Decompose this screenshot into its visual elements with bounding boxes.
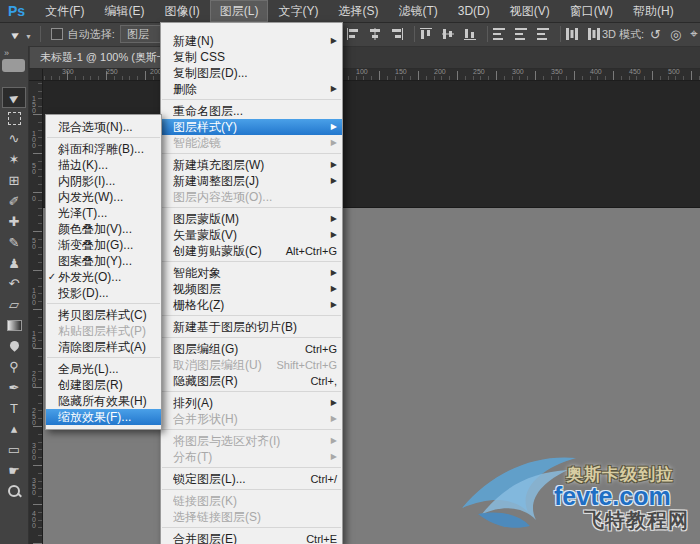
menu-item[interactable]: 混合选项(N)... <box>46 119 161 135</box>
menu-item[interactable]: 新建(N)▶ <box>161 33 342 49</box>
align-vertical-centers-icon[interactable] <box>440 26 457 42</box>
move-tool-icon[interactable]: ► <box>3 88 25 107</box>
healing-brush-tool-icon[interactable]: ✚ <box>3 212 25 231</box>
menu-item[interactable]: 新建填充图层(W)▶ <box>161 157 342 173</box>
menu-item[interactable]: 排列(A)▶ <box>161 395 342 411</box>
collapse-toolbar-icon[interactable]: » <box>4 48 10 58</box>
menubar-item[interactable]: 图层(L) <box>210 0 269 22</box>
rectangle-tool-icon[interactable]: ▭ <box>3 440 25 459</box>
menubar-item[interactable]: 窗口(W) <box>560 0 623 22</box>
dodge-tool-icon[interactable]: ⚲ <box>3 357 25 376</box>
3d-roll-icon[interactable]: ◎ <box>670 27 681 42</box>
eyedropper-tool-icon[interactable]: ✐ <box>3 192 25 211</box>
hand-tool-icon[interactable]: ☛ <box>3 461 25 480</box>
toolbar-grip[interactable] <box>2 59 25 72</box>
auto-select-dropdown[interactable]: 图层 <box>120 25 164 43</box>
menu-item[interactable]: 隐藏所有效果(H) <box>46 393 161 409</box>
menu-item[interactable]: 复制 CSS <box>161 49 342 65</box>
menu-item[interactable]: 合并形状(H)▶ <box>161 411 342 427</box>
menu-item[interactable]: 粘贴图层样式(P) <box>46 323 161 339</box>
menu-item[interactable]: 重命名图层... <box>161 103 342 119</box>
align-left-edges-icon[interactable] <box>345 26 362 42</box>
menu-item[interactable]: 描边(K)... <box>46 157 161 173</box>
align-right-edges-icon[interactable] <box>389 26 406 42</box>
distribute-vertical-centers-icon[interactable] <box>513 26 530 42</box>
menu-item[interactable]: 合并图层(E)Ctrl+E <box>161 531 342 544</box>
menu-item[interactable]: 新建基于图层的切片(B) <box>161 319 342 335</box>
crop-tool-icon[interactable]: ⊞ <box>3 171 25 190</box>
tool-preset-caret-icon[interactable]: ▼ <box>25 33 32 40</box>
menubar-item[interactable]: 图像(I) <box>154 0 209 22</box>
menubar-item[interactable]: 帮助(H) <box>623 0 684 22</box>
menu-item[interactable]: 全局光(L)... <box>46 361 161 377</box>
menubar-item[interactable]: 视图(V) <box>500 0 560 22</box>
pen-tool-icon[interactable]: ✒ <box>3 378 25 397</box>
menu-item[interactable]: 链接图层(K) <box>161 493 342 509</box>
distribute-top-edges-icon[interactable] <box>491 26 508 42</box>
menu-item[interactable]: 内阴影(I)... <box>46 173 161 189</box>
align-top-edges-icon[interactable] <box>418 26 435 42</box>
marquee-tool-icon[interactable] <box>3 109 25 128</box>
menu-item[interactable]: 取消图层编组(U)Shift+Ctrl+G <box>161 357 342 373</box>
align-horizontal-centers-icon[interactable] <box>367 26 384 42</box>
menu-item[interactable]: 光泽(T)... <box>46 205 161 221</box>
lasso-tool-icon[interactable]: ∿ <box>3 129 25 148</box>
menu-item[interactable]: 图层样式(Y)▶ <box>161 119 342 135</box>
menu-item[interactable]: 将图层与选区对齐(I)▶ <box>161 433 342 449</box>
menu-item[interactable]: 创建图层(R) <box>46 377 161 393</box>
distribute-vertical-icon[interactable] <box>586 26 603 42</box>
menu-item[interactable]: 缩放效果(F)... <box>46 409 161 425</box>
history-brush-tool-icon[interactable]: ↶ <box>3 274 25 293</box>
menu-item[interactable]: 锁定图层(L)...Ctrl+/ <box>161 471 342 487</box>
menu-item[interactable]: 隐藏图层(R)Ctrl+, <box>161 373 342 389</box>
menu-item[interactable]: 智能滤镜▶ <box>161 135 342 151</box>
eraser-tool-icon[interactable]: ▱ <box>3 295 25 314</box>
menu-item[interactable]: 图层编组(G)Ctrl+G <box>161 341 342 357</box>
type-tool-icon[interactable]: T <box>3 399 25 418</box>
menu-item[interactable]: 选择链接图层(S) <box>161 509 342 525</box>
quick-selection-tool-icon[interactable]: ✶ <box>3 150 25 169</box>
blur-tool-icon[interactable] <box>3 336 25 355</box>
vertical-ruler[interactable]: 15010050050100150200250300350400 <box>28 80 43 544</box>
document-tab[interactable]: 未标题-1 @ 100% (奥斯卡 <box>30 46 179 68</box>
menubar-item[interactable]: 文件(F) <box>35 0 94 22</box>
menu-item[interactable]: 智能对象▶ <box>161 265 342 281</box>
menu-item[interactable]: 分布(T)▶ <box>161 449 342 465</box>
menubar-item[interactable]: 滤镜(T) <box>388 0 447 22</box>
brush-tool-icon[interactable]: ✎ <box>3 233 25 252</box>
clone-stamp-tool-icon[interactable]: ♟ <box>3 254 25 273</box>
menu-item[interactable]: 视频图层▶ <box>161 281 342 297</box>
3d-orbit-icon[interactable]: ↺ <box>650 27 661 42</box>
menu-item[interactable]: 矢量蒙版(V)▶ <box>161 227 342 243</box>
menu-item-shortcut: Ctrl+E <box>306 531 337 544</box>
menu-item[interactable]: 图层蒙版(M)▶ <box>161 211 342 227</box>
menubar-item[interactable]: 3D(D) <box>448 0 500 22</box>
align-bottom-edges-icon[interactable] <box>462 26 479 42</box>
gradient-tool-icon[interactable] <box>3 316 25 335</box>
menu-item[interactable]: 斜面和浮雕(B)... <box>46 141 161 157</box>
menu-item[interactable]: 图案叠加(Y)... <box>46 253 161 269</box>
menu-item[interactable]: 投影(D)... <box>46 285 161 301</box>
menu-item[interactable]: 创建剪贴蒙版(C)Alt+Ctrl+G <box>161 243 342 259</box>
3d-drag-icon[interactable]: ⌖ <box>690 26 697 42</box>
menu-item[interactable]: 删除▶ <box>161 81 342 97</box>
menubar-item[interactable]: 选择(S) <box>328 0 388 22</box>
menu-item[interactable]: 清除图层样式(A) <box>46 339 161 355</box>
menu-item[interactable]: 颜色叠加(V)... <box>46 221 161 237</box>
menubar-item[interactable]: 编辑(E) <box>94 0 154 22</box>
distribute-bottom-edges-icon[interactable] <box>535 26 552 42</box>
menu-item[interactable]: ✓外发光(O)... <box>46 269 161 285</box>
distribute-horizontal-icon[interactable] <box>564 26 581 42</box>
menu-item[interactable]: 图层内容选项(O)... <box>161 189 342 205</box>
menu-item[interactable]: 新建调整图层(J)▶ <box>161 173 342 189</box>
auto-select-checkbox[interactable] <box>51 28 63 40</box>
menubar-item[interactable]: 文字(Y) <box>268 0 328 22</box>
menu-item[interactable]: 栅格化(Z)▶ <box>161 297 342 313</box>
menu-item[interactable]: 渐变叠加(G)... <box>46 237 161 253</box>
menu-item[interactable]: 复制图层(D)... <box>161 65 342 81</box>
menu-item[interactable]: 拷贝图层样式(C) <box>46 307 161 323</box>
menu-item[interactable]: 内发光(W)... <box>46 189 161 205</box>
horizontal-ruler[interactable]: 300250200100150200250300350400450500 <box>28 68 700 81</box>
path-selection-tool-icon[interactable]: ▴ <box>3 419 25 438</box>
zoom-tool-icon[interactable] <box>3 481 25 500</box>
